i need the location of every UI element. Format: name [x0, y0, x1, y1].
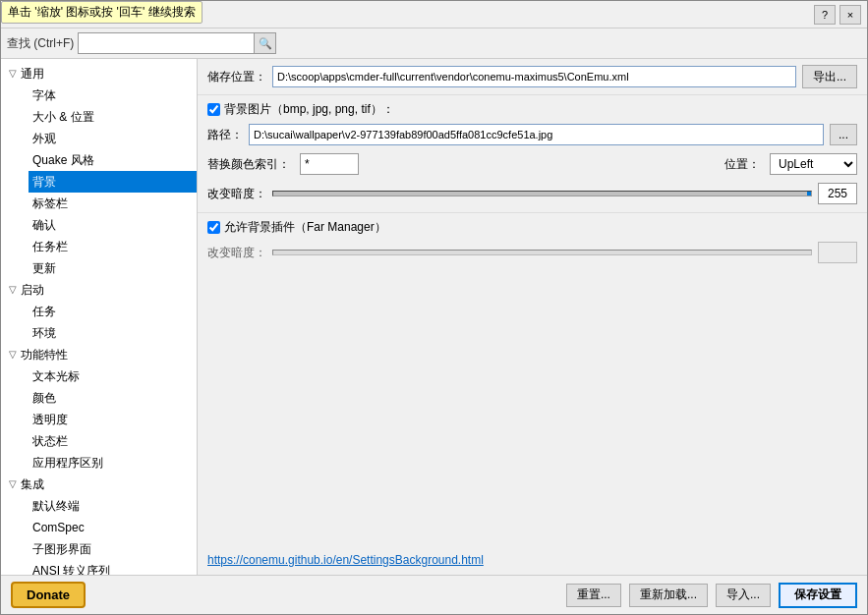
tree-item-tabs[interactable]: 标签栏: [29, 193, 197, 214]
tooltip-bar: 单击 '缩放' 图标或按 '回车' 继续搜索: [1, 1, 203, 24]
tree-item-tasks[interactable]: 任务: [29, 301, 197, 322]
bg-image-checkbox[interactable]: [207, 103, 220, 116]
bottom-bar: Donate 重置... 重新加载... 导入... 保存设置: [1, 575, 867, 614]
bg-image-row: 背景图片（bmp, jpg, png, tif）：: [198, 95, 867, 120]
plugin-darkness-label: 改变暗度：: [207, 245, 266, 261]
tree-item-integration[interactable]: ▽ 集成: [5, 474, 197, 495]
tree-item-general[interactable]: ▽ 通用: [5, 63, 197, 84]
path-row: 路径： ...: [198, 120, 867, 149]
expand-icon-startup: ▽: [5, 281, 21, 299]
tree-item-default-term[interactable]: 默认终端: [29, 495, 197, 517]
search-button[interactable]: 🔍: [255, 32, 276, 54]
tree-item-transparency[interactable]: 透明度: [29, 409, 197, 430]
darkness-row: 改变暗度：: [198, 179, 867, 208]
darkness-slider[interactable]: [272, 191, 812, 196]
tree-item-confirm[interactable]: 确认: [29, 214, 197, 236]
group-startup: ▽ 启动 任务 环境: [5, 279, 197, 344]
tree-item-cursor[interactable]: 文本光标: [29, 365, 197, 387]
tree-children-features: 文本光标 颜色 透明度 状态栏 应用程序区别: [29, 365, 197, 474]
color-position-row: 替换颜色索引： 位置： UpLeft UpRight DownLeft Down…: [198, 149, 867, 179]
tooltip-text: 单击 '缩放' 图标或按 '回车' 继续搜索: [8, 5, 196, 19]
group-integration: ▽ 集成 默认终端 ComSpec 子图形界面 ANSI 转义序列: [5, 474, 197, 575]
reset-button[interactable]: 重置...: [566, 584, 621, 607]
storage-path-input[interactable]: [272, 66, 796, 87]
plugin-darkness-row: 改变暗度：: [198, 238, 867, 267]
replace-input[interactable]: [300, 153, 359, 175]
plugin-label: 允许背景插件（Far Manager）: [224, 219, 386, 236]
tree-children-integration: 默认终端 ComSpec 子图形界面 ANSI 转义序列: [29, 495, 197, 575]
tree-item-quake[interactable]: Quake 风格: [29, 149, 197, 171]
path-label: 路径：: [207, 127, 243, 143]
path-input[interactable]: [249, 124, 824, 145]
help-button[interactable]: ?: [814, 5, 836, 25]
expand-icon-integration: ▽: [5, 475, 21, 493]
tree-item-ansi[interactable]: ANSI 转义序列: [29, 560, 197, 575]
settings-panel: 储存位置： 导出... 背景图片（bmp, jpg, png, tif）： 路径…: [198, 59, 867, 575]
tree-item-background[interactable]: 背景: [29, 171, 197, 193]
position-select[interactable]: UpLeft UpRight DownLeft DownRight Center…: [770, 153, 857, 175]
darkness-value[interactable]: [818, 183, 857, 204]
tree-item-size-pos[interactable]: 大小 & 位置: [29, 106, 197, 128]
group-general: ▽ 通用 字体 大小 & 位置 外观 Quake 风格 背景 标签栏 确认 任务…: [5, 63, 197, 279]
tree-children-startup: 任务 环境: [29, 301, 197, 344]
search-input[interactable]: [83, 36, 250, 50]
storage-label: 储存位置：: [207, 69, 266, 85]
main-window: 单击 '缩放' 图标或按 '回车' 继续搜索 ? × 查找 (Ctrl+F) 🔍…: [0, 0, 868, 615]
expand-icon-general: ▽: [5, 65, 21, 83]
tree-item-sub-gui[interactable]: 子图形界面: [29, 538, 197, 560]
tree-item-startup[interactable]: ▽ 启动: [5, 279, 197, 301]
plugin-row: 允许背景插件（Far Manager）: [198, 212, 867, 238]
tree-item-environment[interactable]: 环境: [29, 322, 197, 344]
tree-item-appearance[interactable]: 外观: [29, 128, 197, 149]
import-button[interactable]: 导入...: [716, 584, 771, 607]
tree-item-font[interactable]: 字体: [29, 84, 197, 106]
tree-children-general: 字体 大小 & 位置 外观 Quake 风格 背景 标签栏 确认 任务栏 更新: [29, 84, 197, 279]
tree-panel: ▽ 通用 字体 大小 & 位置 外观 Quake 风格 背景 标签栏 确认 任务…: [1, 59, 198, 575]
position-label: 位置：: [724, 156, 760, 173]
expand-icon-features: ▽: [5, 346, 21, 363]
search-bar: 查找 (Ctrl+F) 🔍: [1, 28, 867, 59]
main-content: ▽ 通用 字体 大小 & 位置 外观 Quake 风格 背景 标签栏 确认 任务…: [1, 59, 867, 575]
title-bar-buttons: ? ×: [814, 5, 861, 25]
browse-button[interactable]: ...: [830, 124, 857, 145]
plugin-darkness-slider[interactable]: [272, 250, 812, 255]
reload-button[interactable]: 重新加载...: [629, 584, 708, 607]
donate-button[interactable]: Donate: [11, 582, 86, 608]
search-label: 查找 (Ctrl+F): [7, 35, 74, 52]
tree-item-comspec[interactable]: ComSpec: [29, 517, 197, 538]
darkness-label: 改变暗度：: [207, 186, 266, 202]
tree-item-features[interactable]: ▽ 功能特性: [5, 344, 197, 365]
bg-image-label: 背景图片（bmp, jpg, png, tif）：: [224, 101, 394, 118]
tree-item-taskbar[interactable]: 任务栏: [29, 236, 197, 257]
tree-item-statusbar[interactable]: 状态栏: [29, 430, 197, 452]
plugin-darkness-value[interactable]: [818, 242, 857, 263]
tree-item-appdistinct[interactable]: 应用程序区别: [29, 452, 197, 474]
storage-row: 储存位置： 导出...: [198, 59, 867, 95]
tree-item-color[interactable]: 颜色: [29, 387, 197, 409]
search-input-wrap: [78, 32, 255, 54]
plugin-checkbox[interactable]: [207, 221, 220, 234]
help-link[interactable]: https://conemu.github.io/en/SettingsBack…: [207, 553, 484, 567]
tree-item-update[interactable]: 更新: [29, 257, 197, 279]
export-button[interactable]: 导出...: [802, 65, 857, 88]
link-area: https://conemu.github.io/en/SettingsBack…: [198, 267, 867, 575]
save-button[interactable]: 保存设置: [779, 583, 857, 608]
group-features: ▽ 功能特性 文本光标 颜色 透明度 状态栏 应用程序区别: [5, 344, 197, 474]
replace-label: 替换颜色索引：: [207, 156, 290, 173]
close-button[interactable]: ×: [839, 5, 861, 25]
